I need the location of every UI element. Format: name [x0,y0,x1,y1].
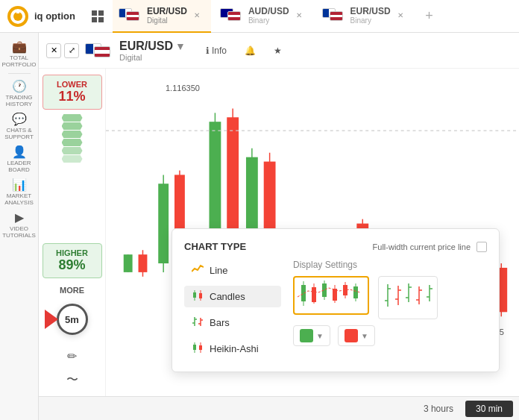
svg-marker-8 [45,310,58,329]
time-btn-3hours[interactable]: 3 hours [413,401,464,417]
sidebar-item-portfolio[interactable]: 💼 TOTALPORTFOLIO [4,39,34,69]
chart-option-candles[interactable]: Candles [184,286,281,307]
tab3-type: Binary [350,16,391,25]
tab-audusd-binary[interactable]: AUD/USD Binary ✕ [214,0,313,33]
info-icon: ℹ [206,46,210,56]
svg-rect-4 [92,10,97,16]
svg-rect-14 [158,184,169,263]
header-type: Digital [119,53,186,62]
sidebar-item-video-tutorials[interactable]: ▶ VIDEOTUTORIALS [4,210,34,239]
candles-chart-icon [192,290,204,303]
info-btn[interactable]: ℹ Info [199,43,233,59]
time-btn-30min[interactable]: 30 min [465,401,513,417]
svg-rect-3 [16,10,19,13]
sidebar-item-market-analysis[interactable]: 📊 MARKETANALYSIS [4,177,34,207]
chart-container: ✕ ⤢ EUR/USD ▼ Digital ℹ [39,33,519,420]
higher-label: HIGHER [46,248,98,257]
chart-option-heikin-ashi[interactable]: Heikin-Ashi [184,338,281,360]
grid-icon-btn[interactable] [86,4,110,28]
full-width-label: Full-width current price line [373,242,471,251]
lower-btn[interactable]: LOWER 11% [43,75,102,110]
popup-row: Line [184,260,487,360]
red-color-select[interactable]: ▼ [338,325,375,346]
close-window-btn[interactable]: ✕ [46,43,61,58]
chart-header: ✕ ⤢ EUR/USD ▼ Digital ℹ [39,33,519,69]
svg-rect-67 [353,286,358,298]
chart-option-line-label: Line [210,265,228,276]
interval-label: 5m [65,314,79,325]
svg-rect-24 [246,157,258,237]
chart-option-line[interactable]: Line [184,260,281,281]
tab1-close[interactable]: ✕ [192,10,202,21]
chart-option-bars[interactable]: Bars [184,312,281,333]
add-tab-button[interactable]: + [418,4,441,28]
tab1-type: Digital [147,16,187,25]
svg-rect-45 [199,293,202,298]
green-swatch [300,329,313,342]
tab2-flags [220,8,244,23]
tab1-info: EUR/USD Digital [147,6,187,25]
bell-btn[interactable]: 🔔 [238,43,262,59]
higher-pct: 89% [46,257,98,273]
chart-tools: ℹ Info 🔔 ★ [199,43,289,59]
second-preview-box [378,276,438,319]
sidebar-item-leaderboard[interactable]: 👤 LEADERBOARD [4,144,34,174]
tab3-info: EUR/USD Binary [350,6,391,25]
interval-btn[interactable]: 5m [57,304,88,335]
svg-rect-10 [124,254,133,272]
svg-rect-6 [92,17,97,22]
wave-btn[interactable]: 〜 [62,369,83,390]
bars-preview-svg [382,280,434,313]
full-width-checkbox[interactable] [476,242,487,252]
tab-eurusd-digital[interactable]: EUR/USD Digital ✕ [113,0,211,33]
lower-label: LOWER [46,80,98,89]
candle-chart[interactable]: 1.116350 1.115435 08:30:00 09:00:00 [106,69,519,396]
drawing-tools: ✏ 〜 [62,345,83,390]
tab1-pair: EUR/USD [147,6,187,16]
instrument-selector[interactable]: EUR/USD ▼ Digital [85,40,186,62]
green-color-select[interactable]: ▼ [293,325,330,346]
tab-eurusd-binary[interactable]: EUR/USD Binary ✕ [316,0,415,33]
chart-option-bars-label: Bars [210,317,230,328]
chart-option-candles-label: Candles [210,291,245,302]
svg-rect-5 [98,10,104,16]
sidebar-item-chats[interactable]: 💬 CHATS &SUPPORT [4,111,34,141]
header-dropdown-arrow: ▼ [175,40,186,52]
star-btn[interactable]: ★ [267,43,289,59]
red-swatch [345,329,358,342]
chart-option-heikin-label: Heikin-Ashi [210,343,259,354]
chart-options-list: Line [184,260,281,360]
svg-rect-43 [193,292,196,298]
chart-type-popup: CHART TYPE Full-width current price line [172,228,500,372]
arrow-indicator [34,310,58,332]
chats-icon: 💬 [12,112,27,126]
leaderboard-icon: 👤 [12,145,27,159]
portfolio-icon: 💼 [12,40,27,54]
svg-rect-26 [264,162,276,233]
tab3-close[interactable]: ✕ [395,10,406,21]
pencil-btn[interactable]: ✏ [62,345,83,366]
chevron-1 [62,114,83,122]
trading-history-icon: 🕐 [12,79,27,93]
popup-title: CHART TYPE [184,241,246,252]
svg-rect-22 [227,117,239,241]
svg-rect-12 [139,254,148,272]
interval-area: 5m [57,304,88,335]
star-icon: ★ [274,46,282,56]
info-label: Info [212,46,227,56]
preview-candles [298,280,365,310]
line-chart-icon [192,264,204,277]
tab2-close[interactable]: ✕ [294,10,304,21]
header-flags [85,43,109,58]
svg-rect-59 [312,287,316,302]
svg-rect-53 [193,345,196,350]
chevron-2 [62,122,83,130]
more-label[interactable]: MORE [60,286,84,295]
higher-btn[interactable]: HIGHER 89% [43,243,102,278]
chevrons-indicator [62,114,83,163]
logo-text: iq option [34,10,75,22]
resize-window-btn[interactable]: ⤢ [64,43,79,58]
main-layout: 💼 TOTALPORTFOLIO 🕐 TRADINGHISTORY 💬 CHAT… [0,33,519,420]
color-selectors: ▼ ▼ [293,325,487,346]
sidebar-item-trading-history[interactable]: 🕐 TRADINGHISTORY [4,78,34,108]
